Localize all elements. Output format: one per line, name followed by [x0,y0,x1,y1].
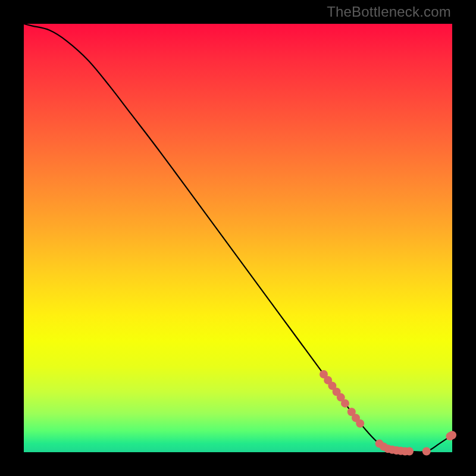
data-marker [356,419,364,428]
plot-area [24,24,452,452]
data-marker [422,447,431,456]
bottleneck-curve [24,24,452,452]
chart-stage: TheBottleneck.com [0,0,476,476]
data-marker [405,447,414,456]
curve-svg [24,24,452,452]
data-marker [448,431,456,439]
curve-markers [320,370,456,456]
watermark-text: TheBottleneck.com [327,4,451,20]
data-marker [341,399,349,408]
